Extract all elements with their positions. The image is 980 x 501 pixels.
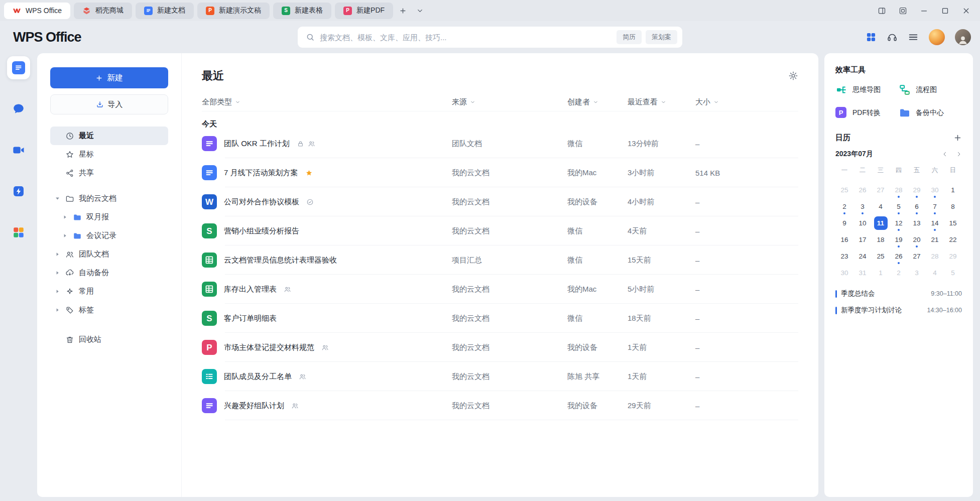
calendar-day[interactable]: 15 bbox=[944, 215, 962, 231]
calendar-day[interactable]: 31 bbox=[853, 265, 872, 281]
calendar-day[interactable]: 9 bbox=[835, 215, 853, 231]
caret-icon[interactable] bbox=[54, 251, 61, 258]
caret-icon[interactable] bbox=[54, 307, 61, 313]
new-tab-button[interactable] bbox=[395, 3, 410, 18]
sidebar-item-share[interactable]: 共享 bbox=[50, 164, 168, 182]
sidebar-folder-item[interactable]: 双月报 bbox=[58, 208, 168, 226]
filter-dropdown-4[interactable]: 大小 bbox=[695, 97, 798, 107]
calendar-day[interactable]: 1 bbox=[872, 265, 890, 281]
calendar-add-icon[interactable] bbox=[953, 134, 962, 142]
calendar-day[interactable]: 21 bbox=[926, 231, 944, 248]
search-input[interactable] bbox=[320, 33, 612, 42]
tab-sheet[interactable]: S新建表格 bbox=[273, 3, 331, 19]
tool-3[interactable]: 备份中心 bbox=[899, 107, 962, 119]
filter-dropdown-2[interactable]: 创建者 bbox=[567, 97, 628, 107]
calendar-day[interactable]: 25 bbox=[872, 248, 890, 265]
calendar-day[interactable]: 29 bbox=[944, 248, 962, 265]
search-bar[interactable]: 简历 策划案 bbox=[298, 27, 682, 48]
calendar-day[interactable]: 27 bbox=[872, 182, 890, 198]
tab-ppt[interactable]: P新建演示文稿 bbox=[197, 3, 270, 19]
calendar-day[interactable]: 26 bbox=[853, 182, 872, 198]
calendar-day[interactable]: 7 bbox=[926, 198, 944, 215]
sidebar-item-cloudFolder[interactable]: 我的云文档 bbox=[50, 189, 168, 208]
calendar-day[interactable]: 2 bbox=[890, 265, 908, 281]
sidebar-item-team[interactable]: 团队文档 bbox=[50, 245, 168, 264]
tab-docer[interactable]: 稻壳商城 bbox=[74, 3, 132, 19]
close-button[interactable] bbox=[957, 3, 975, 18]
calendar-day[interactable]: 1 bbox=[944, 182, 962, 198]
calendar-day[interactable]: 3 bbox=[908, 265, 926, 281]
rail-quick-apps[interactable] bbox=[7, 180, 30, 203]
tool-2[interactable]: PPDF转换 bbox=[835, 107, 899, 119]
split-view-button[interactable] bbox=[873, 3, 891, 18]
global-menu-icon[interactable] bbox=[908, 32, 919, 43]
calendar-day[interactable]: 11 bbox=[872, 215, 890, 231]
sidebar-item-sparkle[interactable]: 常用 bbox=[50, 282, 168, 301]
import-button[interactable]: 导入 bbox=[50, 94, 168, 114]
rail-app-center[interactable] bbox=[7, 221, 30, 244]
calendar-day[interactable]: 17 bbox=[853, 231, 872, 248]
search-tag-resume[interactable]: 简历 bbox=[617, 30, 642, 44]
calendar-day[interactable]: 24 bbox=[853, 248, 872, 265]
caret-icon[interactable] bbox=[62, 214, 68, 220]
calendar-day[interactable]: 10 bbox=[853, 215, 872, 231]
settings-gear-icon[interactable] bbox=[788, 71, 798, 81]
calendar-day[interactable]: 16 bbox=[835, 231, 853, 248]
sidebar-item-backup[interactable]: 自动备份 bbox=[50, 264, 168, 282]
calendar-event[interactable]: 新季度学习计划讨论14:30–16:00 bbox=[835, 305, 962, 316]
apps-grid-icon[interactable] bbox=[866, 32, 877, 43]
caret-icon[interactable] bbox=[54, 270, 61, 276]
calendar-day[interactable]: 25 bbox=[835, 182, 853, 198]
sidebar-item-trash[interactable]: 回收站 bbox=[50, 330, 168, 349]
tab-pdf[interactable]: P新建PDF bbox=[335, 3, 393, 19]
calendar-day[interactable]: 5 bbox=[944, 265, 962, 281]
caret-icon[interactable] bbox=[54, 288, 61, 295]
calendar-event[interactable]: 季度总结会9:30–11:00 bbox=[835, 288, 962, 299]
support-headset-icon[interactable] bbox=[887, 32, 898, 43]
file-row[interactable]: 兴趣爱好组队计划我的云文档我的设备29天前– bbox=[202, 391, 798, 420]
tab-doc[interactable]: 新建文档 bbox=[136, 3, 194, 19]
search-tag-plan[interactable]: 策划案 bbox=[646, 30, 677, 44]
calendar-day[interactable]: 4 bbox=[926, 265, 944, 281]
calendar-day[interactable]: 13 bbox=[908, 215, 926, 231]
caret-icon[interactable] bbox=[62, 232, 68, 239]
rail-meetings[interactable] bbox=[7, 139, 30, 162]
file-row[interactable]: 团队 OKR 工作计划团队文档微信13分钟前– bbox=[202, 129, 798, 158]
calendar-next-icon[interactable] bbox=[956, 151, 962, 157]
new-document-button[interactable]: 新建 bbox=[50, 67, 168, 88]
calendar-day[interactable]: 26 bbox=[890, 248, 908, 265]
caret-icon[interactable] bbox=[54, 195, 61, 202]
calendar-day[interactable]: 28 bbox=[890, 182, 908, 198]
calendar-day[interactable]: 3 bbox=[853, 198, 872, 215]
calendar-day[interactable]: 30 bbox=[926, 182, 944, 198]
calendar-day[interactable]: 5 bbox=[890, 198, 908, 215]
tool-1[interactable]: 流程图 bbox=[899, 84, 962, 96]
rail-docs-home[interactable] bbox=[7, 56, 30, 79]
tab-home[interactable]: WPS Office bbox=[4, 3, 70, 19]
filter-dropdown-0[interactable]: 全部类型 bbox=[202, 97, 452, 107]
file-row[interactable]: 云文档管理员信息统计表理器验收项目汇总微信15天前– bbox=[202, 245, 798, 275]
rail-messages[interactable] bbox=[7, 97, 30, 120]
filter-dropdown-3[interactable]: 最近查看 bbox=[628, 97, 695, 107]
calendar-day[interactable]: 29 bbox=[908, 182, 926, 198]
calendar-day[interactable]: 4 bbox=[872, 198, 890, 215]
file-row[interactable]: 7 月线下活动策划方案我的云文档我的Mac3小时前514 KB bbox=[202, 158, 798, 187]
workspace-button[interactable] bbox=[894, 3, 912, 18]
sidebar-item-star[interactable]: 星标 bbox=[50, 145, 168, 164]
calendar-prev-icon[interactable] bbox=[942, 151, 948, 157]
calendar-day[interactable]: 30 bbox=[835, 265, 853, 281]
file-row[interactable]: S营销小组业绩分析报告我的云文档微信4天前– bbox=[202, 216, 798, 245]
calendar-day[interactable]: 8 bbox=[944, 198, 962, 215]
minimize-button[interactable] bbox=[915, 3, 933, 18]
calendar-day[interactable]: 27 bbox=[908, 248, 926, 265]
calendar-day[interactable]: 22 bbox=[944, 231, 962, 248]
calendar-day[interactable]: 20 bbox=[908, 231, 926, 248]
file-row[interactable]: W公司对外合作协议模板我的云文档我的设备4小时前– bbox=[202, 187, 798, 216]
calendar-day[interactable]: 23 bbox=[835, 248, 853, 265]
calendar-day[interactable]: 18 bbox=[872, 231, 890, 248]
calendar-day[interactable]: 2 bbox=[835, 198, 853, 215]
filter-dropdown-1[interactable]: 来源 bbox=[452, 97, 567, 107]
sidebar-folder-item[interactable]: 会议记录 bbox=[58, 226, 168, 245]
sidebar-item-clock[interactable]: 最近 bbox=[50, 127, 168, 145]
file-row[interactable]: S客户订单明细表我的云文档微信18天前– bbox=[202, 304, 798, 333]
